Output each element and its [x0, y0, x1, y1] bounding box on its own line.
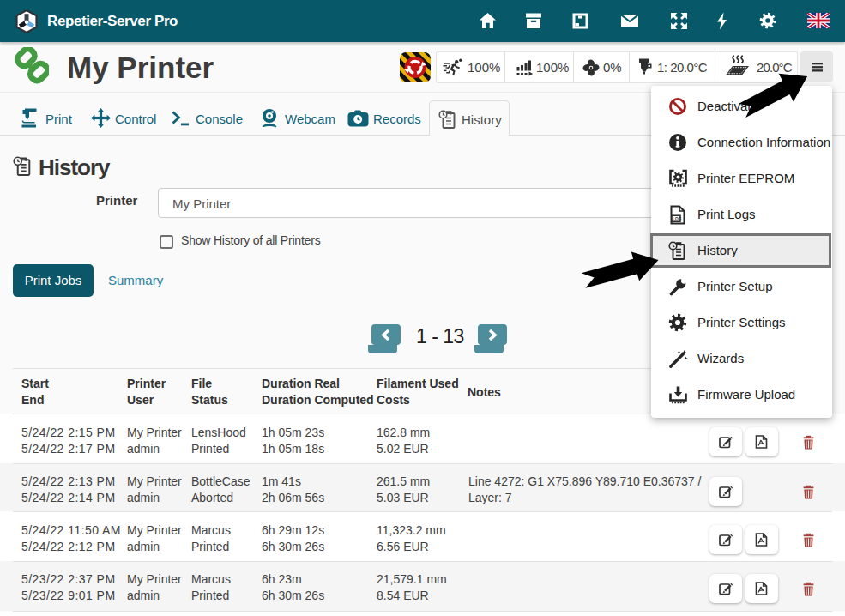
svg-text:LOG: LOG — [673, 217, 682, 221]
